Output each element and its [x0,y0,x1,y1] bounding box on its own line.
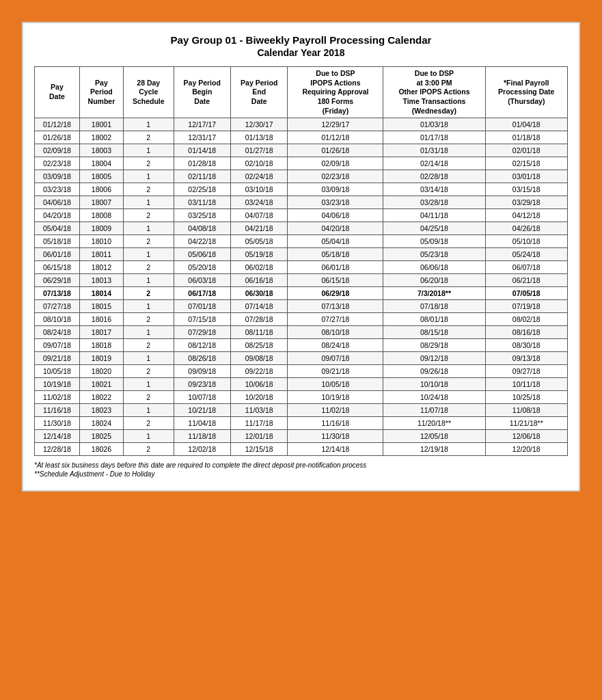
col-header-due-wednesday: Due to DSPat 3:00 PMOther IPOPS ActionsT… [383,67,485,118]
table-cell: 12/05/18 [383,430,485,443]
table-cell: 03/25/18 [174,209,230,222]
table-cell: 11/20/18** [383,417,485,430]
table-cell: 06/17/18 [174,287,230,300]
table-cell: 11/03/18 [230,404,287,417]
table-cell: 06/06/18 [383,261,485,274]
table-cell: 11/16/18 [288,417,383,430]
footnote-2: **Schedule Adjustment - Due to Holiday [34,470,568,478]
table-row: 06/15/1818012205/20/1806/02/1806/01/1806… [35,261,568,274]
table-cell: 12/17/17 [174,118,230,131]
table-cell: 02/09/18 [35,144,80,157]
table-cell: 12/28/18 [35,443,80,456]
table-cell: 01/27/18 [230,144,287,157]
table-cell: 1 [124,378,174,391]
table-cell: 18026 [79,443,123,456]
table-cell: 05/19/18 [230,248,287,261]
table-cell: 18019 [79,352,123,365]
table-row: 01/26/1818002212/31/1701/13/1801/12/1801… [35,131,568,144]
table-cell: 08/10/18 [35,313,80,326]
table-cell: 07/19/18 [485,300,567,313]
table-cell: 04/08/18 [174,222,230,235]
table-cell: 12/02/18 [174,443,230,456]
table-cell: 11/18/18 [174,430,230,443]
table-cell: 10/25/18 [485,391,567,404]
page-wrapper: Pay Group 01 - Biweekly Payroll Processi… [14,14,588,500]
table-cell: 1 [124,300,174,313]
table-cell: 18025 [79,430,123,443]
table-cell: 1 [124,352,174,365]
table-row: 05/18/1818010204/22/1805/05/1805/04/1805… [35,235,568,248]
table-cell: 1 [124,144,174,157]
table-cell: 08/24/18 [35,326,80,339]
main-title: Pay Group 01 - Biweekly Payroll Processi… [34,34,568,46]
table-row: 06/01/1818011105/06/1805/19/1805/18/1805… [35,248,568,261]
table-cell: 18013 [79,274,123,287]
table-cell: 09/08/18 [230,352,287,365]
table-cell: 18014 [79,287,123,300]
table-cell: 10/19/18 [35,378,80,391]
table-cell: 04/22/18 [174,235,230,248]
table-cell: 06/20/18 [383,274,485,287]
table-cell: 03/23/18 [35,183,80,196]
table-cell: 02/23/18 [288,170,383,183]
table-row: 10/19/1818021109/23/1810/06/1810/05/1810… [35,378,568,391]
table-cell: 05/04/18 [35,222,80,235]
table-cell: 06/03/18 [174,274,230,287]
table-cell: 08/01/18 [383,313,485,326]
table-cell: 1 [124,222,174,235]
table-cell: 02/28/18 [383,170,485,183]
table-cell: 12/01/18 [230,430,287,443]
table-cell: 08/30/18 [485,339,567,352]
table-cell: 09/22/18 [230,365,287,378]
table-cell: 04/20/18 [35,209,80,222]
table-cell: 02/24/18 [230,170,287,183]
table-cell: 05/05/18 [230,235,287,248]
table-cell: 11/17/18 [230,417,287,430]
table-cell: 06/30/18 [230,287,287,300]
table-cell: 12/15/18 [230,443,287,456]
table-cell: 12/14/18 [35,430,80,443]
table-cell: 12/29/17 [288,118,383,131]
table-cell: 09/09/18 [174,365,230,378]
table-cell: 1 [124,326,174,339]
table-row: 08/10/1818016207/15/1807/28/1807/27/1808… [35,313,568,326]
table-cell: 11/07/18 [383,404,485,417]
table-cell: 07/29/18 [174,326,230,339]
table-cell: 08/16/18 [485,326,567,339]
table-cell: 04/06/18 [35,196,80,209]
table-cell: 18009 [79,222,123,235]
table-row: 12/14/1818025111/18/1812/01/1811/30/1812… [35,430,568,443]
table-cell: 08/02/18 [485,313,567,326]
table-cell: 08/24/18 [288,339,383,352]
table-cell: 2 [124,391,174,404]
table-cell: 03/10/18 [230,183,287,196]
table-row: 04/20/1818008203/25/1804/07/1804/06/1804… [35,209,568,222]
table-cell: 02/23/18 [35,157,80,170]
table-cell: 08/26/18 [174,352,230,365]
table-cell: 07/27/18 [288,313,383,326]
table-cell: 2 [124,365,174,378]
table-cell: 01/04/18 [485,118,567,131]
table-cell: 07/13/18 [35,287,80,300]
table-cell: 01/26/18 [35,131,80,144]
table-cell: 2 [124,313,174,326]
table-cell: 09/21/18 [288,365,383,378]
col-header-cycle-schedule: 28 DayCycleSchedule [124,67,174,118]
table-cell: 05/04/18 [288,235,383,248]
table-cell: 2 [124,339,174,352]
table-cell: 03/28/18 [383,196,485,209]
table-cell: 11/08/18 [485,404,567,417]
table-cell: 03/23/18 [288,196,383,209]
table-row: 03/23/1818006202/25/1803/10/1803/09/1803… [35,183,568,196]
footnotes-section: *At least six business days before this … [34,461,568,478]
table-cell: 03/14/18 [383,183,485,196]
col-header-end-date: Pay PeriodEndDate [230,67,287,118]
table-cell: 03/01/18 [485,170,567,183]
table-cell: 04/06/18 [288,209,383,222]
table-cell: 18007 [79,196,123,209]
table-cell: 18010 [79,235,123,248]
table-cell: 10/10/18 [383,378,485,391]
table-cell: 2 [124,157,174,170]
table-cell: 11/30/18 [288,430,383,443]
table-cell: 09/23/18 [174,378,230,391]
